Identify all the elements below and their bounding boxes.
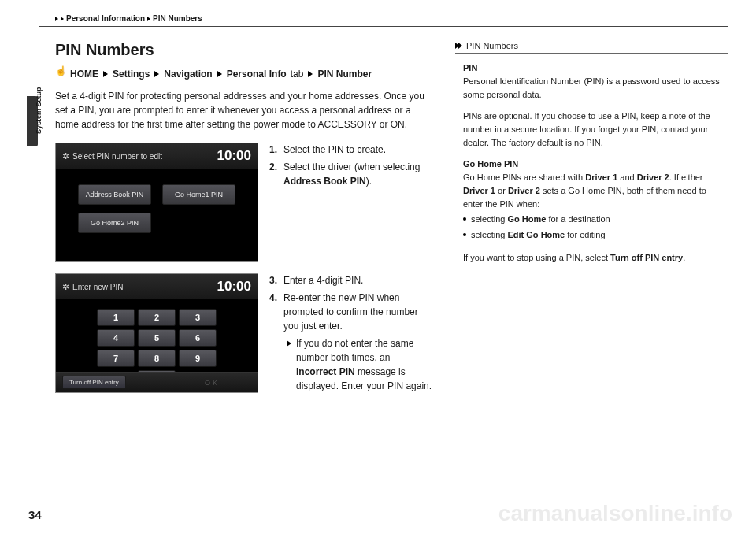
breadcrumb-b: PIN Numbers xyxy=(153,14,202,23)
hand-icon xyxy=(55,69,66,80)
nav-pin: PIN Number xyxy=(317,69,372,80)
ok-button[interactable]: OK xyxy=(205,379,251,387)
key-9[interactable]: 9 xyxy=(179,350,217,367)
steps-list-2: 3.Enter a 4-digit PIN. 4. Re-enter the n… xyxy=(269,273,433,396)
page-title: PIN Numbers xyxy=(55,41,433,59)
bullet-icon xyxy=(463,233,466,236)
sidebar-p3: Go Home PINs are shared with Driver 1 an… xyxy=(463,172,706,209)
nav-settings: Settings xyxy=(113,69,150,80)
gear-icon: ✲ xyxy=(62,282,69,291)
key-3[interactable]: 3 xyxy=(179,309,217,326)
triangle-icon xyxy=(154,71,159,77)
intro-text: Set a 4-digit PIN for protecting persona… xyxy=(55,89,433,132)
step4: Re-enter the new PIN when prompted to co… xyxy=(284,291,433,393)
nav-path: HOME Settings Navigation Personal Info t… xyxy=(55,69,433,80)
key-8[interactable]: 8 xyxy=(138,350,176,367)
steps-list-1: 1.Select the PIN to create. 2.Select the… xyxy=(269,143,433,262)
breadcrumb: Personal Information PIN Numbers xyxy=(55,14,728,23)
gear-icon: ✲ xyxy=(62,151,69,161)
screen2-title: Enter new PIN xyxy=(72,283,123,291)
sidebar-h1: PIN xyxy=(463,63,477,72)
key-4[interactable]: 4 xyxy=(97,329,135,347)
sidebar-p4: If you want to stop using a PIN, select … xyxy=(463,251,724,265)
go-home2-pin-button[interactable]: Go Home2 PIN xyxy=(78,213,151,233)
nav-navigation: Navigation xyxy=(164,69,212,80)
sidebar-header: PIN Numbers xyxy=(455,41,728,54)
nav-tab: tab xyxy=(291,69,304,80)
key-5[interactable]: 5 xyxy=(138,329,176,347)
sidebar-p1: Personal Identification Number (PIN) is … xyxy=(463,76,720,99)
screen2-time: 10:00 xyxy=(217,279,251,295)
screenshot-2: ✲Enter new PIN 10:00 1 2 3 4 5 6 7 8 xyxy=(55,273,258,393)
sidebar-title: PIN Numbers xyxy=(466,41,518,50)
bullet-2: selecting Edit Go Home for editing xyxy=(463,228,724,242)
go-home1-pin-button[interactable]: Go Home1 PIN xyxy=(162,184,235,205)
nav-personalinfo: Personal Info xyxy=(227,69,287,80)
bullet-1: selecting Go Home for a destination xyxy=(463,213,724,226)
turn-off-pin-button[interactable]: Turn off PIN entry xyxy=(62,376,126,389)
screen1-title: Select PIN number to edit xyxy=(72,152,162,161)
side-label: System Setup xyxy=(35,32,43,79)
triangle-icon xyxy=(217,71,222,77)
screen1-time: 10:00 xyxy=(217,148,251,164)
step2: Select the driver (when selecting Addres… xyxy=(284,160,433,188)
page-number: 34 xyxy=(28,508,42,521)
breadcrumb-a: Personal Information xyxy=(66,14,145,23)
step4-sub: If you do not enter the same number both… xyxy=(284,336,433,393)
sidebar-body: PIN Personal Identification Number (PIN)… xyxy=(455,57,728,265)
bullet-icon xyxy=(463,217,466,221)
key-6[interactable]: 6 xyxy=(179,329,217,347)
key-1[interactable]: 1 xyxy=(97,309,135,326)
sidebar-p2: PINs are optional. If you choose to use … xyxy=(463,109,724,150)
watermark: carmanualsonline.info xyxy=(498,501,732,526)
nav-home: HOME xyxy=(70,69,98,80)
triangle-icon xyxy=(147,17,150,21)
divider xyxy=(39,26,728,27)
triangle-icon xyxy=(308,71,313,77)
key-7[interactable]: 7 xyxy=(97,350,135,367)
sidebar-h2: Go Home PIN xyxy=(463,159,518,169)
triangle-icon xyxy=(61,17,64,21)
key-2[interactable]: 2 xyxy=(138,309,176,326)
triangle-icon xyxy=(103,71,108,77)
address-book-pin-button[interactable]: Address Book PIN xyxy=(78,184,151,205)
step3: Enter a 4-digit PIN. xyxy=(284,273,363,287)
triangle-icon xyxy=(287,340,291,347)
screenshot-1: ✲Select PIN number to edit 10:00 Address… xyxy=(55,143,258,262)
step1: Select the PIN to create. xyxy=(284,143,386,157)
double-triangle-icon xyxy=(455,43,461,49)
triangle-icon xyxy=(55,17,58,21)
